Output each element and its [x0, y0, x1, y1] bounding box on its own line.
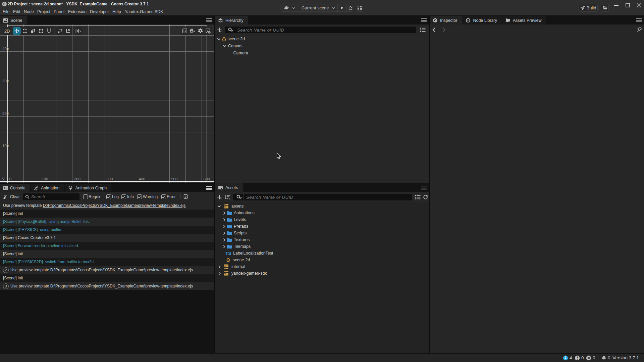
svg-text:100: 100 — [42, 177, 48, 181]
svg-text:400: 400 — [2, 47, 9, 51]
svg-text:0: 0 — [9, 177, 11, 181]
svg-text:400: 400 — [139, 177, 145, 181]
svg-text:200: 200 — [2, 111, 9, 116]
svg-text:0: 0 — [2, 176, 4, 180]
svg-text:500: 500 — [171, 177, 177, 181]
svg-text:200: 200 — [74, 177, 80, 181]
svg-text:100: 100 — [2, 144, 9, 148]
svg-text:300: 300 — [2, 79, 9, 83]
svg-text:600: 600 — [204, 177, 210, 181]
svg-text:300: 300 — [106, 177, 113, 181]
